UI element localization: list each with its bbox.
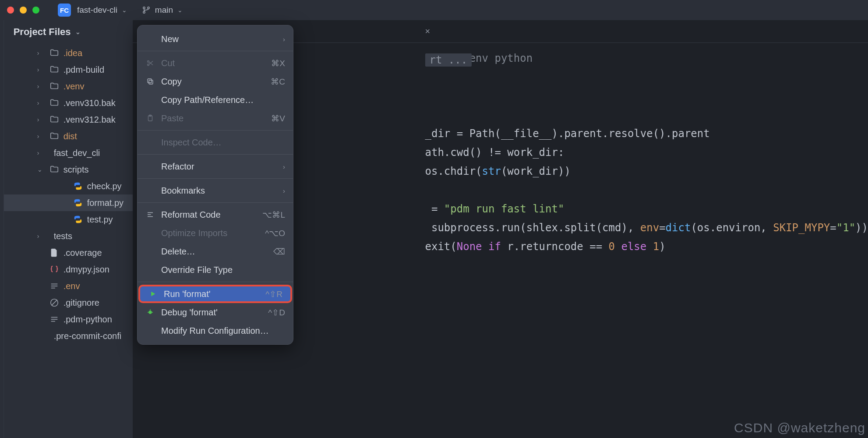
menu-separator	[138, 202, 293, 203]
window-controls	[7, 7, 39, 14]
menu-shortcut: ⌥⌘L	[262, 210, 285, 220]
menu-item[interactable]: Copy⌘C	[138, 72, 293, 91]
tree-item[interactable]: ⌄scripts	[4, 161, 133, 178]
tree-item-label: .env	[64, 281, 80, 291]
close-icon[interactable]: ×	[425, 26, 430, 36]
folder-icon	[49, 98, 59, 108]
chevron-down-icon: ⌄	[122, 7, 127, 14]
tree-item[interactable]: .coverage	[4, 244, 133, 261]
chevron-down-icon: ⌄	[37, 166, 45, 173]
svg-point-1	[143, 11, 145, 13]
branch-icon	[142, 6, 151, 14]
menu-shortcut: ^⇧R	[265, 289, 282, 299]
tree-item-label: .idea	[64, 48, 82, 58]
menu-label: Copy Path/Reference…	[161, 95, 285, 105]
menu-separator	[138, 130, 293, 131]
debug-icon	[145, 308, 155, 316]
folder-icon	[49, 115, 59, 124]
menu-label: Paste	[161, 113, 265, 124]
close-icon[interactable]	[7, 7, 14, 14]
tree-item[interactable]: ›tests	[4, 228, 133, 244]
minimize-icon[interactable]	[20, 7, 27, 14]
json-icon	[49, 265, 59, 274]
tree-item[interactable]: .pdm-python	[4, 311, 133, 328]
tree-item[interactable]: ›.venv312.bak	[4, 111, 133, 128]
branch-name: main	[155, 5, 173, 15]
svg-line-18	[149, 62, 153, 65]
project-badge: FC	[58, 4, 71, 17]
tree-item-label: .pre-commit-confi	[54, 331, 121, 341]
menu-shortcut: ^⌥O	[265, 228, 285, 238]
menu-shortcut: ^⇧D	[268, 307, 285, 318]
tree-item[interactable]: ›.venv	[4, 78, 133, 95]
tree-item[interactable]: ›.idea	[4, 45, 133, 61]
menu-label: Debug 'format'	[161, 307, 262, 318]
menu-label: Delete…	[161, 247, 267, 257]
folder-icon	[49, 48, 59, 58]
menu-shortcut: ⌘X	[271, 58, 285, 68]
tree-item[interactable]: ›.venv310.bak	[4, 95, 133, 111]
chevron-right-icon: ›	[283, 35, 285, 43]
menu-separator	[138, 154, 293, 155]
maximize-icon[interactable]	[32, 7, 39, 14]
tree-item-label: fast_dev_cli	[54, 148, 100, 158]
menu-separator	[138, 178, 293, 179]
menu-item[interactable]: Refactor›	[138, 157, 293, 176]
menu-item[interactable]: Copy Path/Reference…	[138, 91, 293, 109]
menu-label: Override File Type	[161, 265, 285, 275]
menu-item[interactable]: New›	[138, 30, 293, 48]
chevron-down-icon: ⌄	[75, 28, 81, 35]
menu-item[interactable]: Delete…⌫	[138, 242, 293, 261]
chevron-right-icon: ›	[283, 187, 285, 194]
tree-item[interactable]: .gitignore	[4, 294, 133, 311]
menu-item[interactable]: Reformat Code⌥⌘L	[138, 205, 293, 224]
tree-item[interactable]: ›.pdm-build	[4, 61, 133, 78]
menu-item[interactable]: Override File Type	[138, 261, 293, 279]
run-icon	[148, 290, 158, 298]
py-icon	[73, 181, 83, 191]
menu-shortcut: ⌫	[273, 247, 285, 257]
copy-icon	[145, 78, 155, 85]
menu-item[interactable]: Bookmarks›	[138, 181, 293, 200]
chevron-right-icon: ›	[37, 116, 45, 123]
sidebar-title: Project Files	[14, 26, 71, 38]
project-selector[interactable]: fast-dev-cli ⌄	[77, 5, 127, 15]
tree-item[interactable]: ›dist	[4, 128, 133, 145]
menu-label: Refactor	[161, 162, 277, 172]
menu-separator	[138, 51, 293, 51]
tree-item-label: format.py	[87, 198, 123, 208]
tree-item-label: dist	[64, 131, 77, 141]
tree-item[interactable]: check.py	[4, 178, 133, 194]
menu-item[interactable]: Run 'format'^⇧R	[138, 285, 292, 303]
vcs-branch[interactable]: main ⌄	[142, 5, 183, 15]
tree-item[interactable]: format.py	[4, 194, 133, 211]
project-name: fast-dev-cli	[77, 5, 117, 15]
tree-item-label: .pdm-python	[64, 314, 112, 325]
chevron-right-icon: ›	[37, 99, 45, 106]
tree-item[interactable]: .pre-commit-confi	[4, 328, 133, 344]
menu-label: New	[161, 34, 277, 44]
menu-label: Bookmarks	[161, 186, 277, 196]
tree-item[interactable]: test.py	[4, 211, 133, 228]
menu-item: Inspect Code…	[138, 133, 293, 152]
chevron-right-icon: ›	[37, 133, 45, 140]
tree-item-label: .pdm-build	[64, 65, 104, 75]
tree-item-label: .gitignore	[64, 298, 99, 308]
menu-label: Cut	[161, 58, 265, 68]
menu-shortcut: ⌘V	[271, 113, 285, 124]
menu-item[interactable]: Debug 'format'^⇧D	[138, 303, 293, 321]
menu-item[interactable]: Modify Run Configuration…	[138, 321, 293, 340]
tree-item-label: .coverage	[64, 248, 102, 258]
chevron-right-icon: ›	[37, 149, 45, 156]
folded-import-hint[interactable]: rt ...	[425, 53, 472, 67]
menu-shortcut: ⌘C	[271, 77, 285, 87]
folder-icon	[49, 65, 59, 74]
paste-icon	[145, 114, 155, 122]
watermark: CSDN @waketzheng	[734, 420, 865, 435]
tree-item[interactable]: .env	[4, 278, 133, 294]
tree-item[interactable]: ›fast_dev_cli	[4, 145, 133, 161]
sidebar-header[interactable]: Project Files ⌄	[4, 20, 133, 44]
tree-item[interactable]: .dmypy.json	[4, 261, 133, 278]
svg-point-2	[148, 7, 149, 9]
py-icon	[73, 198, 83, 208]
